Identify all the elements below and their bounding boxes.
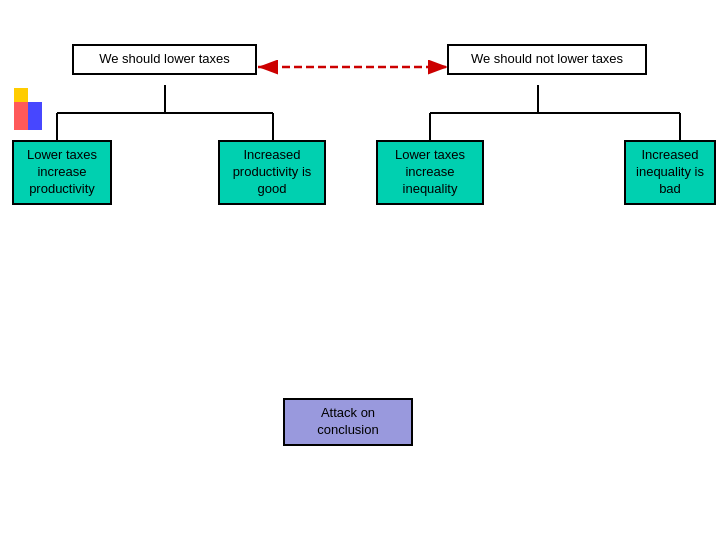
increased-productivity-good-node: Increased productivity is good bbox=[218, 140, 326, 205]
attack-on-conclusion-node: Attack on conclusion bbox=[283, 398, 413, 446]
lower-taxes-productivity-node: Lower taxes increase productivity bbox=[12, 140, 112, 205]
increased-inequality-bad-node: Increased inequality is bad bbox=[624, 140, 716, 205]
we-should-not-lower-taxes-node: We should not lower taxes bbox=[447, 44, 647, 75]
lower-taxes-inequality-node: Lower taxes increase inequality bbox=[376, 140, 484, 205]
we-should-lower-taxes-node: We should lower taxes bbox=[72, 44, 257, 75]
